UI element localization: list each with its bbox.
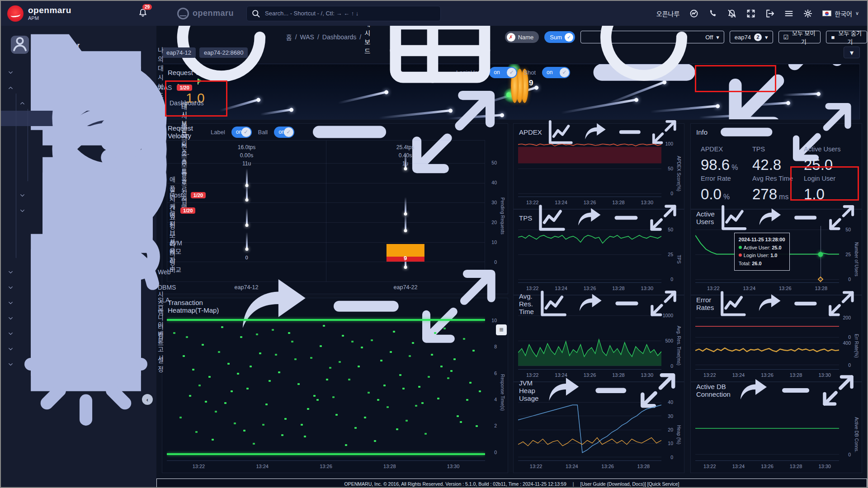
check-icon: ✓ xyxy=(565,33,573,42)
ball-toggle[interactable]: on✓ xyxy=(274,127,294,138)
sidebar-tree: 나의 대시보드WAS1/20Dashboards대시보드대시보드-리소스대시보드… xyxy=(1,65,156,372)
heatmap-menu-button[interactable]: ≡ xyxy=(496,324,507,335)
panel-title: Transaction Heatmap(T-Map) xyxy=(168,299,225,314)
x-tick: 13:28 xyxy=(790,464,802,469)
language-selector[interactable]: 한국어 ∨ xyxy=(822,9,859,18)
chevron-up-icon[interactable] xyxy=(7,84,14,91)
remove-icon[interactable]: ✗ xyxy=(507,33,515,42)
x-tick: 13:22 xyxy=(707,286,720,291)
pending-requests-value: 0 xyxy=(245,255,248,260)
sum-toggle-pill[interactable]: ✓ Sum xyxy=(544,31,575,43)
server-count-badge: 2 xyxy=(754,33,762,41)
x-tick: 13:28 xyxy=(637,464,650,469)
chevron-down-icon[interactable] xyxy=(7,346,14,352)
label-toggle[interactable]: on✓ xyxy=(231,127,252,138)
breadcrumb-dashboards[interactable]: Dashboards xyxy=(322,33,357,41)
series-dot-icon xyxy=(739,246,742,249)
series-dot-icon xyxy=(739,253,742,257)
x-tick: 13:22 xyxy=(703,372,716,378)
hide-all-label: 모두 숨기기 xyxy=(838,28,862,46)
panel-title: Info xyxy=(696,128,708,136)
x-tick: 13:24 xyxy=(566,464,578,469)
server-tag[interactable]: eap74-22:8680 xyxy=(199,47,248,58)
active-db-chart xyxy=(695,399,839,461)
chevron-down-icon[interactable] xyxy=(7,269,14,276)
y-tick: 25 xyxy=(668,252,673,257)
logout-icon[interactable] xyxy=(765,9,774,18)
shot-toggle[interactable]: on✓ xyxy=(542,67,570,78)
apdex-chart xyxy=(518,140,661,197)
chevron-down-icon: ∨ xyxy=(855,10,859,16)
search-input[interactable] xyxy=(264,9,436,17)
language-label: 한국어 xyxy=(835,9,852,18)
brand[interactable]: openmaru APM xyxy=(1,5,137,22)
info-panel: Info APDEX98.6% TPS42.8 Active Users25.0… xyxy=(690,123,862,209)
stat-avg-res-time: Avg Res Time278ms xyxy=(752,175,804,204)
error-rates-chart xyxy=(695,312,839,370)
server-select-dropdown[interactable]: eap74 2 ▾ xyxy=(730,31,773,43)
hide-all-button[interactable]: ■ 모두 숨기기 xyxy=(826,31,867,43)
global-search[interactable] xyxy=(246,6,441,21)
x-tick: 13:26 xyxy=(761,464,774,469)
count-badge: 1/20 xyxy=(180,207,195,214)
phone-icon[interactable] xyxy=(708,9,717,18)
brand-subtitle: APM xyxy=(28,16,71,21)
y-axis-label: Avg. Res. Time(ms) xyxy=(676,326,681,366)
stat-active-users: Active Users25.0 xyxy=(804,145,855,175)
openmaru-watermark: openmaru xyxy=(177,8,234,19)
x-tick: 13:28 xyxy=(383,464,396,469)
stat-apdex: APDEX98.6% xyxy=(701,145,752,175)
panel-title: Active DB Connection xyxy=(696,383,731,398)
expand-icon[interactable] xyxy=(718,64,854,120)
breadcrumb-was[interactable]: WAS xyxy=(300,33,314,41)
y-axis-label: TPS xyxy=(676,255,681,263)
notifications-button[interactable]: 29 xyxy=(138,8,147,19)
active-db-panel: Active DB Connection 0Active DB Conns.13… xyxy=(690,382,862,473)
korea-flag-icon xyxy=(822,10,831,16)
sidebar-item-설정[interactable]: 설정 xyxy=(1,357,156,372)
sidebar-item-label: 그룹 토폴로지맵 xyxy=(181,148,187,211)
fullscreen-icon[interactable] xyxy=(746,9,755,18)
refresh-state-label: Off xyxy=(705,34,713,41)
x-tick: 13:26 xyxy=(320,464,332,469)
openmaru-chat-icon[interactable] xyxy=(689,9,698,18)
bell-off-icon[interactable] xyxy=(727,9,736,18)
menu-icon[interactable] xyxy=(784,9,793,18)
auto-refresh-dropdown[interactable]: Off ▾ xyxy=(580,31,724,43)
openaru-link[interactable]: 오픈나루 xyxy=(656,9,680,18)
request-streak xyxy=(246,183,248,200)
y-tick: 40 xyxy=(491,180,497,185)
chevron-down-icon[interactable] xyxy=(19,192,26,199)
caret-down-icon: ▾ xyxy=(716,34,719,41)
sidebar-collapse-button[interactable]: ‹ xyxy=(142,394,153,405)
chevron-up-icon[interactable] xyxy=(19,100,26,107)
count-badge: 1/20 xyxy=(191,192,206,198)
chevron-down-icon[interactable] xyxy=(7,330,14,337)
chevron-down-icon[interactable] xyxy=(7,300,14,306)
footer-links[interactable]: [User Guide (Download, Docs)] [Quick Ser… xyxy=(580,481,679,487)
name-filter-pill[interactable]: ✗ Name xyxy=(505,31,539,43)
footer: OPENMARU, Inc. © 2016, All Rights Reserv… xyxy=(156,479,867,488)
search-icon xyxy=(251,9,260,18)
toggle-label: Ball xyxy=(258,129,268,136)
settings-icon[interactable] xyxy=(803,9,812,18)
chevron-down-icon[interactable] xyxy=(7,315,14,322)
y-tick: 100 xyxy=(665,141,673,146)
toggle-label: Label xyxy=(211,129,225,136)
breadcrumb-home[interactable]: 홈 xyxy=(286,33,292,42)
chevron-down-icon[interactable] xyxy=(7,284,14,291)
request-streak xyxy=(405,197,406,214)
jvm-heap-panel: JVM Heap Usage 403020100Heap (%)13:2213:… xyxy=(513,382,684,473)
chevron-down-icon[interactable] xyxy=(7,69,14,76)
tps-panel: TPS 50250TPS13:2213:2413:2613:2813:30 xyxy=(513,209,684,295)
chevron-down-icon[interactable] xyxy=(7,361,14,368)
show-all-button[interactable]: ☑ 모두 보이기 xyxy=(778,31,821,43)
y-axis-label: Active DB Conns. xyxy=(854,417,859,452)
top-header: openmaru APM 29 openmaru 오픈나루 한국어 ∨ xyxy=(1,1,867,26)
stat-tps: TPS42.8 xyxy=(752,145,804,175)
x-tick: 13:24 xyxy=(256,464,269,469)
avg-res-time-panel: Avg. Res. Time 10005000Avg. Res. Time(ms… xyxy=(513,295,684,382)
panel-collapse-dropdown[interactable]: ▾ xyxy=(844,47,860,58)
y-tick: 0 xyxy=(670,455,673,460)
velocity-label: 25.4tps0.40s1u xyxy=(396,143,414,168)
